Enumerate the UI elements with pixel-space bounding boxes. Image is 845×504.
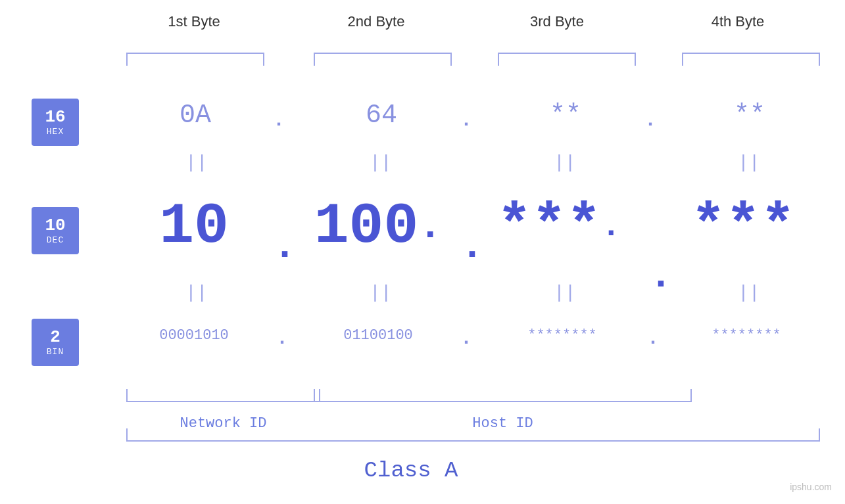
hex-dot-2: .	[460, 110, 472, 130]
hex-badge-number: 16	[45, 108, 65, 127]
hex-val-3: **	[500, 101, 631, 130]
hex-val-2: 64	[316, 101, 447, 130]
dec-val-1: 10	[122, 194, 266, 259]
dec-dot-3: .	[649, 256, 673, 296]
hex-badge: 16 HEX	[32, 99, 79, 146]
hex-badge-label: HEX	[47, 127, 64, 137]
dec-val-4: ***	[671, 194, 815, 259]
bin-dot-3: .	[647, 329, 659, 348]
dec-badge: 10 DEC	[32, 207, 79, 254]
bracket-top-1	[126, 53, 264, 66]
bracket-host	[314, 389, 692, 402]
eq-dec-bin-1: ||	[185, 283, 205, 303]
dec-badge-label: DEC	[47, 235, 64, 245]
bracket-top-4	[682, 53, 820, 66]
hex-val-1: 0A	[130, 101, 261, 130]
col4-header: 4th Byte	[649, 13, 827, 30]
col2-header: 2nd Byte	[287, 13, 465, 30]
bracket-top-3	[498, 53, 636, 66]
hex-dot-1: .	[273, 110, 285, 130]
hex-dot-3: .	[644, 110, 656, 130]
dec-val-2: 10 100.	[306, 194, 450, 259]
dec-badge-number: 10	[45, 216, 65, 235]
bin-badge: 2 BIN	[32, 319, 79, 366]
dec-val-3: ***.	[487, 194, 631, 259]
bin-dot-2: .	[460, 329, 472, 348]
eq-dec-bin-4: ||	[738, 283, 758, 303]
bin-dot-1: .	[276, 329, 288, 348]
bin-val-3: ********	[490, 327, 635, 344]
eq-dec-bin-3: ||	[554, 283, 573, 303]
bracket-full	[126, 428, 820, 442]
dec-dot-1: .	[273, 227, 297, 266]
class-label: Class A	[0, 458, 822, 483]
dec-dot-2: .	[460, 227, 484, 266]
bin-val-2: 01100100	[306, 327, 450, 344]
bracket-top-2	[314, 53, 452, 66]
eq-hex-dec-3: ||	[554, 152, 573, 173]
main-container: 16 HEX 10 DEC 2 BIN 1st Byte 2nd Byte 3r…	[0, 0, 845, 504]
eq-hex-dec-2: ||	[370, 152, 389, 173]
hex-val-4: **	[684, 101, 815, 130]
bin-badge-label: BIN	[47, 347, 64, 357]
eq-dec-bin-2: ||	[370, 283, 389, 303]
eq-hex-dec-4: ||	[738, 152, 758, 173]
bin-badge-number: 2	[50, 328, 60, 347]
bin-val-1: 00001010	[122, 327, 266, 344]
bracket-network	[126, 389, 320, 402]
eq-hex-dec-1: ||	[185, 152, 205, 173]
bin-val-4: ********	[674, 327, 819, 344]
col3-header: 3rd Byte	[468, 13, 646, 30]
col1-header: 1st Byte	[105, 13, 283, 30]
watermark: ipshu.com	[790, 482, 832, 492]
